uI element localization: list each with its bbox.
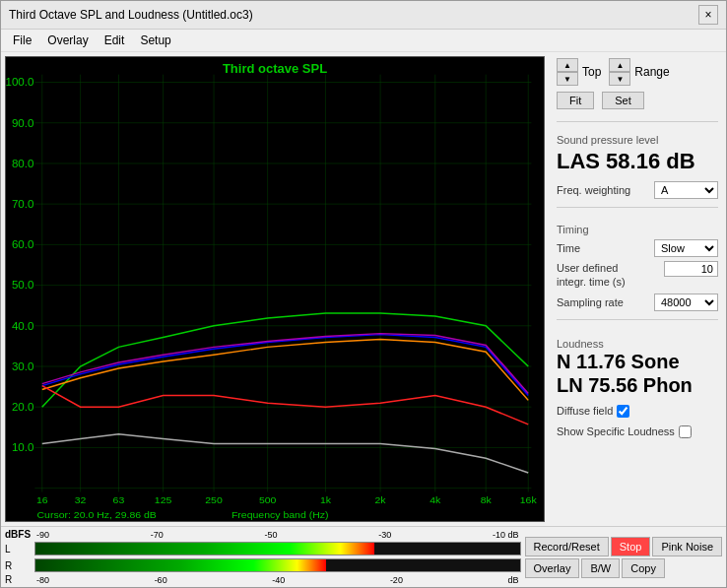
spl-section-label: Sound pressure level: [557, 134, 718, 146]
svg-text:1k: 1k: [320, 495, 332, 506]
top-ctrl-pair: ▲ ▼ Top: [557, 58, 601, 86]
dbfs-section: dBFS -90 -70 -50 -30 -10 dB L R: [5, 529, 521, 585]
divider-1: [557, 121, 718, 122]
bottom-btn-row-2: Overlay B/W Copy: [525, 558, 722, 578]
divider-2: [557, 207, 718, 208]
loudness-section-label: Loudness: [557, 338, 718, 350]
svg-rect-0: [6, 57, 544, 521]
top-label: Top: [582, 65, 601, 79]
top-arrows: ▲ ▼: [557, 58, 578, 86]
time-label: Time: [557, 242, 580, 254]
tick-top-5: -10 dB: [493, 530, 519, 540]
freq-weighting-row: Freq. weighting ABCZ: [557, 181, 718, 199]
svg-text:100.0: 100.0: [6, 77, 33, 89]
svg-text:80.0: 80.0: [12, 158, 33, 169]
set-button[interactable]: Set: [602, 92, 644, 109]
menu-file[interactable]: File: [5, 32, 39, 49]
l-channel-bar: [34, 542, 521, 555]
svg-text:16: 16: [36, 495, 48, 506]
overlay-button[interactable]: Overlay: [525, 558, 580, 578]
record-reset-button[interactable]: Record/Reset: [525, 537, 609, 556]
diffuse-field-checkbox[interactable]: [617, 405, 629, 418]
svg-text:2k: 2k: [375, 495, 387, 506]
user-integ-label: User definedintegr. time (s): [557, 261, 626, 290]
dbfs-label: dBFS: [5, 529, 33, 540]
time-select[interactable]: SlowFastImpulse: [654, 239, 718, 257]
bottom-buttons: Record/Reset Stop Pink Noise Overlay B/W…: [525, 537, 722, 578]
tick-bot-4: -20: [390, 575, 403, 585]
diffuse-field-label: Diffuse field: [557, 405, 613, 417]
close-button[interactable]: ×: [698, 5, 718, 25]
tick-bot-3: -40: [272, 575, 285, 585]
range-up-arrow[interactable]: ▲: [609, 58, 630, 72]
svg-text:90.0: 90.0: [12, 117, 33, 129]
divider-3: [557, 319, 718, 320]
bottom-btn-row-1: Record/Reset Stop Pink Noise: [525, 537, 722, 556]
bottom-area: dBFS -90 -70 -50 -30 -10 dB L R: [1, 526, 726, 587]
r-channel-label: R: [5, 560, 33, 571]
chart-area: Third octave SPL ARTA dB: [5, 56, 545, 522]
svg-text:30.0: 30.0: [12, 360, 33, 372]
loudness-n-value: N 11.76 Sone: [557, 350, 718, 373]
chart-svg: 100.0 90.0 80.0 70.0 60.0 50.0 40.0 30.0…: [6, 57, 544, 521]
freq-weighting-select[interactable]: ABCZ: [654, 181, 718, 199]
r-channel-bar: [34, 558, 521, 572]
range-ctrl-pair: ▲ ▼ Range: [609, 58, 669, 86]
tick-top-1: -90: [36, 530, 49, 540]
range-arrows: ▲ ▼: [609, 58, 630, 86]
chart-title: Third octave SPL: [6, 61, 544, 76]
stop-button[interactable]: Stop: [611, 537, 651, 556]
tick-bot-2: -60: [155, 575, 167, 585]
show-specific-checkbox[interactable]: [679, 425, 692, 438]
l-channel-fill: [35, 543, 374, 555]
svg-text:500: 500: [259, 495, 277, 506]
top-controls-row: ▲ ▼ Top ▲ ▼ Range: [557, 56, 718, 88]
tick-top-3: -50: [264, 530, 277, 540]
svg-text:40.0: 40.0: [12, 320, 33, 332]
top-down-arrow[interactable]: ▼: [557, 72, 578, 86]
svg-text:70.0: 70.0: [12, 198, 33, 210]
loudness-section: Loudness N 11.76 Sone LN 75.56 Phon: [557, 334, 718, 397]
svg-text:Cursor:  20.0 Hz, 29.86 dB: Cursor: 20.0 Hz, 29.86 dB: [37, 509, 158, 520]
range-label: Range: [634, 65, 669, 79]
r-label-bottom: R: [5, 574, 33, 585]
sampling-row: Sampling rate 441004800096000: [557, 294, 718, 311]
svg-text:Frequency band (Hz): Frequency band (Hz): [231, 509, 329, 520]
window-title: Third Octave SPL and Loudness (Untitled.…: [9, 8, 253, 22]
user-integ-input[interactable]: [664, 261, 718, 277]
sampling-select[interactable]: 441004800096000: [654, 294, 718, 311]
menu-edit[interactable]: Edit: [97, 32, 133, 49]
time-row: Time SlowFastImpulse: [557, 239, 718, 257]
title-bar: Third Octave SPL and Loudness (Untitled.…: [1, 1, 726, 30]
svg-text:8k: 8k: [481, 495, 493, 506]
pink-noise-button[interactable]: Pink Noise: [652, 537, 722, 556]
l-channel-label: L: [5, 544, 33, 555]
sampling-label: Sampling rate: [557, 296, 624, 308]
svg-text:50.0: 50.0: [12, 280, 33, 292]
bw-button[interactable]: B/W: [581, 558, 620, 578]
range-down-arrow[interactable]: ▼: [609, 72, 630, 86]
fit-button[interactable]: Fit: [557, 92, 594, 109]
top-up-arrow[interactable]: ▲: [557, 58, 578, 72]
menu-overlay[interactable]: Overlay: [39, 32, 96, 49]
menu-bar: File Overlay Edit Setup: [1, 30, 726, 52]
svg-text:4k: 4k: [430, 495, 441, 506]
copy-button[interactable]: Copy: [622, 558, 665, 578]
svg-text:10.0: 10.0: [12, 442, 33, 454]
right-panel: ▲ ▼ Top ▲ ▼ Range Fit Set: [549, 52, 726, 526]
menu-setup[interactable]: Setup: [132, 32, 178, 49]
svg-text:16k: 16k: [520, 495, 538, 506]
tick-bot-1: -80: [36, 575, 49, 585]
main-content: Third octave SPL ARTA dB: [1, 52, 726, 526]
spl-value: LAS 58.16 dB: [557, 150, 718, 173]
tick-top-2: -70: [151, 530, 164, 540]
diffuse-field-row: Diffuse field: [557, 405, 718, 418]
svg-text:60.0: 60.0: [12, 239, 33, 251]
freq-weighting-label: Freq. weighting: [557, 184, 630, 196]
svg-text:250: 250: [205, 495, 223, 506]
loudness-ln-value: LN 75.56 Phon: [557, 373, 718, 397]
svg-text:125: 125: [155, 495, 172, 506]
tick-bot-5: dB: [508, 575, 519, 585]
svg-text:32: 32: [75, 495, 87, 506]
main-window: Third Octave SPL and Loudness (Untitled.…: [0, 0, 727, 588]
